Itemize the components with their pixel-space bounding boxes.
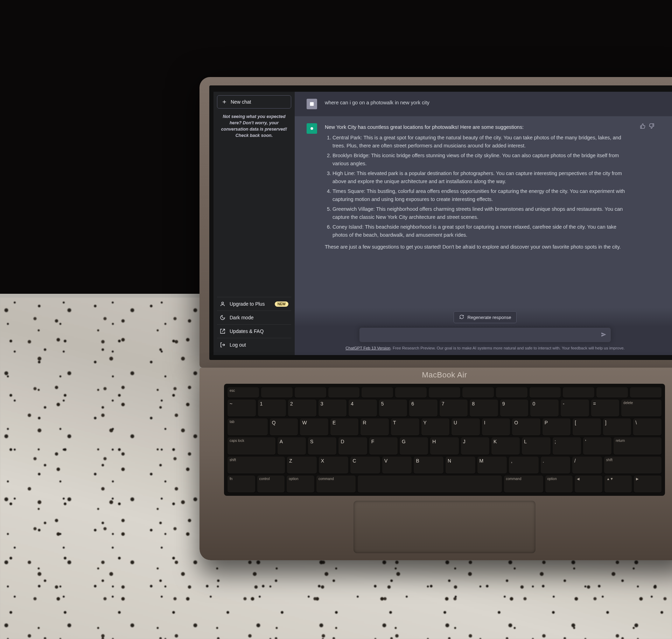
logout-label: Log out [230,342,246,348]
list-item: Brooklyn Bridge: This iconic bridge offe… [332,152,632,167]
plus-icon [222,99,227,105]
logout-icon [220,342,225,348]
sidebar-notice: Not seeing what you expected here? Don't… [217,113,291,139]
send-icon[interactable] [601,331,607,339]
sidebar-log-out[interactable]: Log out [217,338,291,352]
external-link-icon [220,328,225,334]
regenerate-label: Regenerate response [467,315,511,320]
user-avatar [307,99,317,109]
laptop-lid: New chat Not seeing what you expected he… [200,77,672,368]
new-chat-label: New chat [231,99,251,105]
refresh-icon [459,314,464,320]
laptop-deck: MacBook Air esc ~1234567890-=delete tabQ… [200,368,672,560]
assistant-list: Central Park: This is a great spot for c… [325,134,632,239]
footer-note: ChatGPT Feb 13 Version. Free Research Pr… [305,346,665,350]
assistant-message: New York City has countless great locati… [295,116,672,258]
regenerate-button[interactable]: Regenerate response [454,311,516,323]
new-chat-button[interactable]: New chat [217,95,291,109]
photo-scene: New chat Not seeing what you expected he… [0,0,672,639]
message-actions [640,123,654,251]
assistant-intro: New York City has countless great locati… [325,123,632,131]
sidebar-dark-mode[interactable]: Dark mode [217,311,291,324]
keyboard: esc ~1234567890-=delete tabQWERTYUIOP[]\… [224,384,665,496]
laptop: New chat Not seeing what you expected he… [200,77,672,560]
thumbs-up-icon[interactable] [640,123,645,251]
assistant-outro: These are just a few suggestions to get … [325,243,632,251]
list-item: Greenwich Village: This neighborhood off… [332,205,632,221]
footer-version-link[interactable]: ChatGPT Feb 13 Version [345,346,390,350]
prompt-input-row [359,327,611,342]
prompt-input[interactable] [359,327,611,342]
assistant-avatar [307,123,317,134]
sidebar-updates-faq[interactable]: Updates & FAQ [217,324,291,338]
moon-icon [220,315,225,320]
upgrade-label: Upgrade to Plus [230,301,265,307]
sidebar-upgrade[interactable]: Upgrade to Plus NEW [217,297,291,311]
chat-main: where can i go on a photowalk in new yor… [295,92,672,355]
user-message-text: where can i go on a photowalk in new yor… [325,99,654,109]
list-item: Times Square: This bustling, colorful ar… [332,187,632,203]
user-icon [220,301,225,307]
screen: New chat Not seeing what you expected he… [214,92,672,355]
svg-rect-1 [310,102,314,106]
bottom-area: Regenerate response ChatGPT Feb 13 Versi… [295,308,672,355]
updates-label: Updates & FAQ [230,328,264,334]
user-message: where can i go on a photowalk in new yor… [295,92,672,116]
list-item: High Line: This elevated park is a popul… [332,169,632,185]
dark-mode-label: Dark mode [230,315,253,320]
list-item: Central Park: This is a great spot for c… [332,134,632,150]
footer-rest: . Free Research Preview. Our goal is to … [391,346,625,350]
assistant-message-body: New York City has countless great locati… [325,123,632,251]
svg-point-2 [310,127,313,130]
list-item: Coney Island: This beachside neighborhoo… [332,223,632,239]
badge-new: NEW [275,301,288,307]
laptop-model-label: MacBook Air [200,370,672,380]
trackpad [354,501,536,553]
thumbs-down-icon[interactable] [649,123,654,251]
svg-point-0 [222,302,223,304]
sidebar: New chat Not seeing what you expected he… [214,92,295,355]
